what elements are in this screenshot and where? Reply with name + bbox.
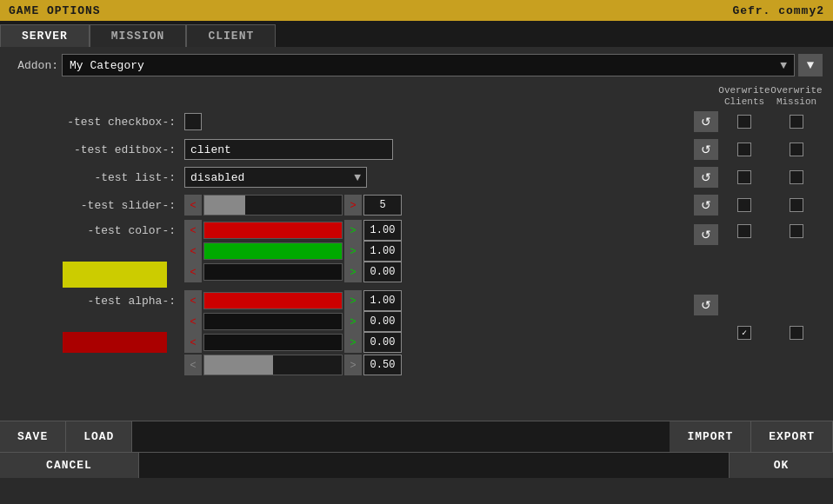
tab-bar: SERVER MISSION CLIENT [0,21,833,47]
tab-server[interactable]: SERVER [0,24,90,47]
overwrite-clients-header: OverwriteClients [718,85,770,108]
test-alpha-red-right[interactable]: > [344,290,362,311]
addon-value: My Category [70,59,144,72]
action-bar: CANCEL OK [0,452,833,478]
test-alpha-ow-clients-checkbox[interactable] [737,326,751,340]
test-slider-ow-mission-checkbox[interactable] [790,198,803,212]
test-color-red-value: 1.00 [363,220,402,241]
test-color-red-right[interactable]: > [344,220,362,241]
test-color-green-track[interactable] [203,242,343,260]
test-checkbox-ow-clients-checkbox[interactable] [737,115,751,129]
addon-label: Addon: [10,59,58,72]
test-color-blue-left[interactable]: < [184,262,202,282]
test-color-red-track[interactable] [203,222,343,239]
test-editbox-ow-clients-checkbox[interactable] [737,143,751,156]
test-slider-right-btn[interactable]: > [344,195,362,216]
test-list-ow-clients-checkbox[interactable] [737,170,751,184]
test-slider-reset[interactable]: ↺ [694,195,718,216]
test-color-ow-clients-checkbox[interactable] [737,224,751,238]
import-button[interactable]: IMPORT [670,421,751,452]
test-slider-ow-clients [718,198,770,212]
test-alpha-blue-value: 0.00 [363,332,402,353]
test-editbox-row: -test editbox-: ↺ [10,137,823,162]
test-alpha-ow-mission-checkbox[interactable] [790,326,803,340]
test-alpha-blue-left[interactable]: < [184,332,202,353]
test-editbox-ow-mission [770,143,823,156]
test-editbox-label: -test editbox-: [10,143,184,156]
load-button[interactable]: LOAD [66,421,132,452]
test-editbox-reset[interactable]: ↺ [694,139,718,160]
test-alpha-green-right[interactable]: > [344,311,362,332]
test-alpha-label: -test alpha-: [10,291,184,353]
test-color-reset[interactable]: ↺ [694,224,718,245]
test-alpha-green-value: 0.00 [363,311,402,332]
test-alpha-alpha-row: < > 0.50 [184,355,402,375]
test-color-blue-track[interactable] [203,263,343,281]
test-alpha-blue-row: < > 0.00 [184,333,402,352]
test-checkbox-ow-mission-checkbox[interactable] [790,115,803,129]
export-button[interactable]: EXPORT [751,421,833,452]
ok-button[interactable]: OK [729,453,833,478]
test-alpha-blue-right[interactable]: > [344,332,362,353]
test-slider-row: -test slider-: < > 5 ↺ [10,193,823,217]
test-alpha-ow-clients [718,326,770,340]
test-alpha-red-left[interactable]: < [184,290,202,311]
test-alpha-red-value: 1.00 [363,290,402,311]
test-alpha-reset[interactable]: ↺ [694,295,718,315]
addon-dropdown-button[interactable]: ▼ [798,54,823,76]
test-checkbox-ow-mission [770,115,823,129]
addon-row: Addon: My Category ▼ ▼ [10,54,823,76]
test-color-channels: < > 1.00 < > 1.00 < > 0.00 [184,221,402,282]
test-checkbox-input[interactable] [184,113,202,130]
test-color-green-right[interactable]: > [344,241,362,262]
test-list-label: -test list-: [10,171,184,184]
test-alpha-alpha-track[interactable] [203,355,343,375]
test-slider-track[interactable] [203,195,343,216]
test-slider-label: -test slider-: [10,199,184,212]
test-checkbox-reset[interactable]: ↺ [694,111,718,132]
test-list-ow-mission-checkbox[interactable] [790,170,803,184]
test-alpha-green-row: < > 0.00 [184,312,402,331]
test-color-label: -test color-: [10,221,184,288]
test-alpha-control: < > 1.00 < > 0.00 < > 0.00 [184,291,690,375]
test-list-row: -test list-: disabled ▼ ↺ [10,165,823,189]
test-slider-ow-clients-checkbox[interactable] [737,198,751,212]
test-color-blue-right[interactable]: > [344,262,362,282]
test-list-input[interactable]: disabled ▼ [184,167,367,188]
test-alpha-alpha-value: 0.50 [363,355,402,375]
test-alpha-green-left[interactable]: < [184,311,202,332]
test-color-green-left[interactable]: < [184,241,202,262]
save-button[interactable]: SAVE [0,421,66,452]
test-color-blue-row: < > 0.00 [184,262,402,282]
test-color-ow-clients [718,221,770,238]
test-editbox-control [184,139,690,160]
title-bar: GAME OPTIONS Gefr. commy2 [0,0,833,21]
test-list-control: disabled ▼ [184,167,690,188]
bottom-toolbar: SAVE LOAD IMPORT EXPORT [0,421,833,452]
test-color-ow-mission-checkbox[interactable] [790,224,803,238]
test-editbox-ow-mission-checkbox[interactable] [790,143,803,156]
test-alpha-channels: < > 1.00 < > 0.00 < > 0.00 [184,291,402,375]
test-slider-left-btn[interactable]: < [184,195,202,216]
test-editbox-input[interactable] [184,139,393,160]
test-slider-wrapper: < > 5 [184,195,402,216]
test-color-red-left[interactable]: < [184,220,202,241]
test-alpha-alpha-fill [204,355,273,375]
test-list-ow-mission [770,170,823,184]
test-alpha-alpha-right[interactable]: > [344,355,362,375]
test-alpha-alpha-left[interactable]: < [184,355,202,375]
test-color-ow-mission [770,221,823,238]
list-arrow-icon: ▼ [354,171,361,184]
chevron-down-icon: ▼ [807,58,814,72]
cancel-button[interactable]: CANCEL [0,453,139,478]
addon-select[interactable]: My Category ▼ [62,54,795,76]
test-list-value: disabled [190,171,244,184]
test-list-reset[interactable]: ↺ [694,167,718,188]
test-alpha-red-track[interactable] [203,292,343,309]
tab-mission[interactable]: MISSION [90,24,187,47]
test-alpha-blue-track[interactable] [203,334,343,351]
tab-client[interactable]: CLIENT [186,24,276,47]
test-alpha-red-row: < > 1.00 [184,291,402,310]
test-slider-value: 5 [363,195,402,216]
test-alpha-green-track[interactable] [203,313,343,330]
